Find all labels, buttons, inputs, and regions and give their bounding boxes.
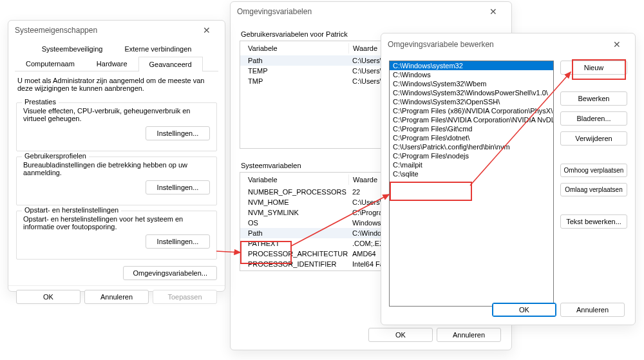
group-title: Opstart- en herstelinstellingen bbox=[22, 206, 121, 214]
tab-externe-verbindingen[interactable]: Externe verbindingen bbox=[113, 40, 202, 56]
list-item[interactable]: C:\Program Files\nodejs bbox=[390, 151, 553, 160]
start-desc: Opstart- en herstelinstellingen voor het… bbox=[23, 215, 210, 231]
cancel-button[interactable]: Annuleren bbox=[560, 303, 625, 317]
delete-button[interactable]: Verwijderen bbox=[560, 131, 627, 146]
list-item[interactable]: C:\Program Files\dotnet\ bbox=[390, 133, 553, 142]
edit-button[interactable]: Bewerken bbox=[560, 91, 627, 106]
window-title: Omgevingsvariabelen bbox=[237, 7, 312, 16]
titlebar: Omgevingsvariabele bewerken ✕ bbox=[381, 33, 635, 55]
performance-group: Prestaties Visuele effecten, CPU-verbrui… bbox=[16, 102, 217, 151]
window-title: Systeemeigenschappen bbox=[15, 26, 97, 35]
edit-text-button[interactable]: Tekst bewerken... bbox=[560, 214, 627, 229]
list-item[interactable]: C:\sqlite bbox=[390, 169, 553, 178]
cell-var: PATHEXT bbox=[244, 239, 348, 248]
titlebar: Omgevingsvariabelen ✕ bbox=[231, 2, 511, 21]
profiles-group: Gebruikersprofielen Bureaubladinstelling… bbox=[16, 156, 217, 205]
move-up-button[interactable]: Omhoog verplaatsen bbox=[560, 164, 627, 177]
cell-var: TEMP bbox=[244, 66, 348, 75]
perf-desc: Visuele effecten, CPU-verbruik, geheugen… bbox=[23, 107, 210, 122]
list-item[interactable]: C:\mailpit bbox=[390, 160, 553, 169]
cell-var: OS bbox=[244, 218, 348, 227]
titlebar: Systeemeigenschappen ✕ bbox=[8, 21, 225, 40]
tab-geavanceerd[interactable]: Geavanceerd bbox=[138, 57, 203, 71]
cell-var: PROCESSOR_IDENTIFIER bbox=[244, 260, 348, 269]
system-properties-window: Systeemeigenschappen ✕ Systeembeveiligin… bbox=[8, 20, 225, 292]
cancel-button[interactable]: Annuleren bbox=[437, 328, 501, 342]
ok-button[interactable]: OK bbox=[368, 328, 433, 342]
close-icon[interactable]: ✕ bbox=[605, 35, 629, 53]
list-item[interactable]: C:\Windows\System32\OpenSSH\ bbox=[390, 97, 553, 106]
cell-var: NVM_HOME bbox=[244, 198, 348, 207]
ok-button[interactable]: OK bbox=[16, 290, 80, 304]
list-item[interactable]: C:\Windows\system32 bbox=[390, 61, 553, 70]
list-item[interactable]: C:\Program Files\NVIDIA Corporation\NVID… bbox=[390, 115, 553, 124]
cancel-button[interactable]: Annuleren bbox=[84, 290, 149, 304]
cell-var: TMP bbox=[244, 77, 348, 86]
startup-group: Opstart- en herstelinstellingen Opstart-… bbox=[16, 211, 217, 260]
prof-desc: Bureaubladinstellingen die betrekking he… bbox=[23, 161, 210, 176]
list-item[interactable]: C:\Windows bbox=[390, 70, 553, 79]
tab-hardware[interactable]: Hardware bbox=[86, 56, 138, 71]
col-variable[interactable]: Variabele bbox=[244, 43, 349, 53]
list-item[interactable]: C:\Program Files\Git\cmd bbox=[390, 124, 553, 133]
tab-systeembeveiliging[interactable]: Systeembeveiliging bbox=[31, 40, 114, 56]
env-vars-button[interactable]: Omgevingsvariabelen... bbox=[123, 266, 217, 280]
tab-row-1: Systeembeveiliging Externe verbindingen bbox=[15, 40, 218, 56]
cell-var: Path bbox=[244, 229, 348, 238]
browse-button[interactable]: Bladeren... bbox=[560, 111, 627, 126]
window-title: Omgevingsvariabele bewerken bbox=[388, 40, 494, 49]
new-button[interactable]: Nieuw bbox=[560, 61, 627, 75]
list-item[interactable]: C:\Windows\System32\Wbem bbox=[390, 79, 553, 88]
list-item[interactable]: C:\Windows\System32\WindowsPowerShell\v1… bbox=[390, 88, 553, 97]
cell-var: NUMBER_OF_PROCESSORS bbox=[244, 187, 348, 196]
ok-button[interactable]: OK bbox=[492, 303, 556, 317]
admin-note: U moet als Administrator zijn aangemeld … bbox=[8, 71, 225, 97]
edit-env-var-window: Omgevingsvariabele bewerken ✕ C:\Windows… bbox=[381, 33, 636, 325]
cell-var: PROCESSOR_ARCHITECTURE bbox=[244, 249, 348, 258]
tab-row-2: Computernaam Hardware Geavanceerd bbox=[15, 56, 218, 71]
close-icon[interactable]: ✕ bbox=[482, 3, 505, 21]
cell-var: NVM_SYMLINK bbox=[244, 208, 348, 217]
group-title: Gebruikersprofielen bbox=[22, 152, 89, 160]
move-down-button[interactable]: Omlaag verplaatsen bbox=[560, 183, 627, 196]
start-settings-button[interactable]: Instellingen... bbox=[146, 234, 210, 249]
path-entries-list[interactable]: C:\Windows\system32C:\WindowsC:\Windows\… bbox=[389, 61, 554, 307]
col-variable[interactable]: Variabele bbox=[244, 175, 349, 185]
group-title: Prestaties bbox=[22, 98, 59, 106]
list-item[interactable]: C:\Program Files (x86)\NVIDIA Corporatio… bbox=[390, 106, 553, 115]
list-item[interactable]: C:\Users\Patrick\.config\herd\bin\nvm bbox=[390, 142, 553, 151]
cell-var: Path bbox=[244, 56, 348, 65]
prof-settings-button[interactable]: Instellingen... bbox=[146, 180, 210, 194]
close-icon[interactable]: ✕ bbox=[195, 21, 218, 39]
apply-button[interactable]: Toepassen bbox=[153, 290, 217, 304]
tab-computernaam[interactable]: Computernaam bbox=[15, 56, 86, 71]
perf-settings-button[interactable]: Instellingen... bbox=[146, 126, 210, 140]
